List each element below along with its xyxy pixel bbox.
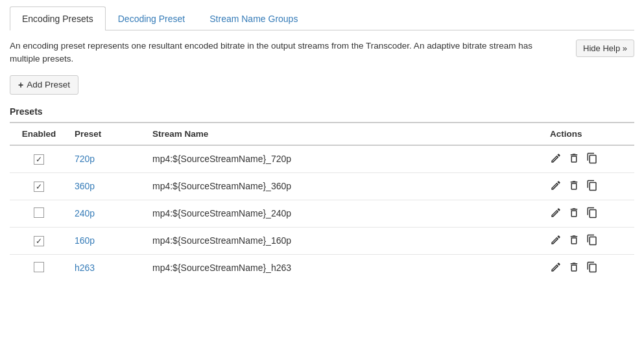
copy-icon[interactable]	[586, 207, 598, 220]
col-header-preset: Preset	[68, 123, 146, 145]
plus-icon: +	[18, 80, 23, 90]
preset-link[interactable]: 360p	[75, 181, 95, 191]
add-preset-button[interactable]: + Add Preset	[10, 75, 78, 95]
table-header-row: Enabled Preset Stream Name Actions	[10, 123, 634, 145]
enabled-checkbox[interactable]	[34, 207, 44, 218]
stream-name-cell: mp4:${SourceStreamName}_240p	[146, 200, 543, 227]
edit-icon[interactable]	[550, 180, 562, 193]
enabled-cell	[10, 172, 68, 200]
enabled-cell	[10, 145, 68, 173]
stream-name-cell: mp4:${SourceStreamName}_160p	[146, 227, 543, 254]
edit-icon[interactable]	[550, 261, 562, 275]
preset-cell: 240p	[68, 200, 146, 227]
actions-cell	[543, 200, 634, 227]
col-header-enabled: Enabled	[10, 123, 68, 145]
table-row: 240pmp4:${SourceStreamName}_240p	[10, 200, 634, 227]
table-row: 360pmp4:${SourceStreamName}_360p	[10, 172, 634, 200]
preset-link[interactable]: 240p	[75, 208, 95, 218]
preset-cell: 720p	[68, 145, 146, 173]
copy-icon[interactable]	[586, 180, 598, 193]
tab-stream-name-groups[interactable]: Stream Name Groups	[197, 6, 310, 30]
tab-encoding-presets[interactable]: Encoding Presets	[10, 6, 106, 30]
hide-help-button[interactable]: Hide Help »	[576, 40, 634, 57]
enabled-cell	[10, 200, 68, 227]
enabled-checkbox[interactable]	[34, 262, 44, 272]
edit-icon[interactable]	[550, 207, 562, 220]
table-row: 720pmp4:${SourceStreamName}_720p	[10, 145, 634, 173]
actions-cell	[543, 227, 634, 254]
enabled-cell	[10, 254, 68, 281]
enabled-checkbox[interactable]	[34, 236, 44, 246]
enabled-checkbox[interactable]	[34, 182, 44, 192]
preset-link[interactable]: 160p	[75, 235, 95, 246]
preset-cell: 160p	[68, 227, 146, 254]
edit-icon[interactable]	[550, 152, 562, 166]
copy-icon[interactable]	[586, 261, 598, 275]
table-row: 160pmp4:${SourceStreamName}_160p	[10, 227, 634, 254]
enabled-checkbox[interactable]	[34, 154, 44, 165]
stream-name-cell: mp4:${SourceStreamName}_720p	[146, 145, 543, 173]
tab-decoding-preset[interactable]: Decoding Preset	[106, 6, 198, 30]
delete-icon[interactable]	[568, 180, 580, 193]
delete-icon[interactable]	[568, 152, 580, 166]
actions-cell	[543, 172, 634, 200]
actions-cell	[543, 254, 634, 281]
help-text: An encoding preset represents one result…	[10, 40, 542, 66]
delete-icon[interactable]	[568, 234, 580, 248]
preset-link[interactable]: h263	[75, 263, 95, 273]
copy-icon[interactable]	[586, 152, 598, 166]
col-header-stream-name: Stream Name	[146, 123, 543, 145]
stream-name-cell: mp4:${SourceStreamName}_h263	[146, 254, 543, 281]
stream-name-cell: mp4:${SourceStreamName}_360p	[146, 172, 543, 200]
delete-icon[interactable]	[568, 207, 580, 220]
preset-cell: 360p	[68, 172, 146, 200]
table-row: h263mp4:${SourceStreamName}_h263	[10, 254, 634, 281]
preset-cell: h263	[68, 254, 146, 281]
tab-bar: Encoding Presets Decoding Preset Stream …	[10, 6, 634, 30]
presets-section-title: Presets	[10, 106, 634, 117]
enabled-cell	[10, 227, 68, 254]
preset-link[interactable]: 720p	[75, 154, 95, 164]
delete-icon[interactable]	[568, 261, 580, 275]
edit-icon[interactable]	[550, 234, 562, 248]
actions-cell	[543, 145, 634, 173]
presets-table: Enabled Preset Stream Name Actions 720pm…	[10, 122, 634, 281]
help-bar: An encoding preset represents one result…	[10, 40, 634, 66]
copy-icon[interactable]	[586, 234, 598, 248]
col-header-actions: Actions	[543, 123, 634, 145]
add-preset-label: Add Preset	[27, 80, 70, 89]
